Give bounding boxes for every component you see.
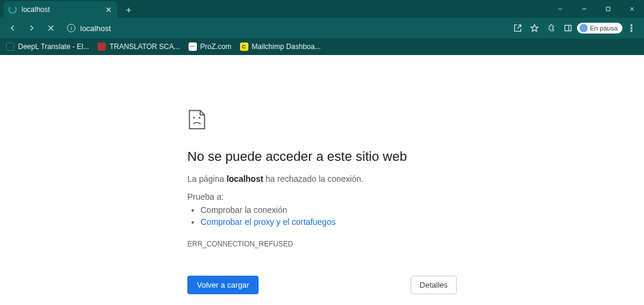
address-bar[interactable]: i localhost bbox=[62, 24, 506, 33]
url-text: localhost bbox=[80, 24, 111, 33]
bookmark-label: DeepL Translate - El... bbox=[18, 42, 89, 51]
details-button[interactable]: Detalles bbox=[411, 276, 457, 294]
new-tab-button[interactable] bbox=[121, 2, 136, 18]
bookmark-item[interactable]: DeepL Translate - El... bbox=[6, 42, 89, 51]
svg-point-4 bbox=[631, 30, 632, 32]
svg-point-2 bbox=[631, 25, 632, 26]
maximize-button[interactable] bbox=[596, 0, 620, 18]
avatar-icon bbox=[579, 24, 588, 32]
error-suggestions: Comprobar la conexión Comprobar el proxy… bbox=[201, 204, 457, 228]
bookmarks-bar: DeepL Translate - El... TRANSLATOR SCA..… bbox=[0, 38, 644, 55]
suggestion-link[interactable]: Comprobar el proxy y el cortafuegos bbox=[201, 217, 336, 227]
suggestion-item: Comprobar la conexión bbox=[201, 204, 457, 216]
bookmark-label: TRANSLATOR SCA... bbox=[110, 42, 180, 51]
extensions-icon[interactable] bbox=[543, 20, 559, 36]
bookmark-label: Mailchimp Dashboa... bbox=[252, 42, 321, 51]
profile-status-text: En pausa bbox=[590, 25, 618, 32]
svg-rect-6 bbox=[199, 117, 201, 119]
favicon-icon: ⋯ bbox=[189, 42, 197, 51]
suggestion-item: Comprobar el proxy y el cortafuegos bbox=[201, 216, 457, 228]
page-content: No se puede acceder a este sitio web La … bbox=[0, 55, 644, 305]
error-message: La página localhost ha rechazado la cone… bbox=[187, 174, 457, 184]
svg-rect-0 bbox=[606, 7, 610, 11]
svg-point-3 bbox=[631, 28, 632, 29]
close-tab-button[interactable]: ✕ bbox=[104, 5, 113, 14]
bookmark-item[interactable]: TRANSLATOR SCA... bbox=[98, 42, 180, 51]
forward-button[interactable] bbox=[24, 20, 40, 36]
minimize-button[interactable] bbox=[572, 0, 596, 18]
error-code: ERR_CONNECTION_REFUSED bbox=[187, 240, 457, 248]
error-actions: Volver a cargar Detalles bbox=[187, 276, 457, 294]
share-icon[interactable] bbox=[510, 20, 525, 36]
reload-button[interactable]: Volver a cargar bbox=[187, 276, 259, 294]
error-try-label: Prueba a: bbox=[187, 192, 457, 202]
bookmark-item[interactable]: ⋯ ProZ.com bbox=[189, 42, 232, 51]
tab-search-button[interactable] bbox=[548, 0, 572, 18]
profile-paused-badge[interactable]: En pausa bbox=[577, 23, 622, 33]
tab-title: localhost bbox=[22, 5, 99, 14]
window-controls bbox=[548, 0, 644, 18]
menu-button[interactable] bbox=[624, 20, 639, 36]
favicon-icon bbox=[98, 42, 106, 51]
close-window-button[interactable] bbox=[620, 0, 644, 18]
titlebar: localhost ✕ bbox=[0, 0, 644, 18]
stop-loading-button[interactable] bbox=[43, 20, 59, 36]
loading-spinner-icon bbox=[8, 5, 17, 14]
bookmark-star-icon[interactable] bbox=[527, 20, 542, 36]
bookmark-item[interactable]: C Mailchimp Dashboa... bbox=[240, 42, 321, 51]
bookmark-label: ProZ.com bbox=[201, 42, 232, 51]
back-button[interactable] bbox=[5, 20, 20, 36]
browser-tab[interactable]: localhost ✕ bbox=[4, 1, 117, 18]
site-info-icon[interactable]: i bbox=[67, 24, 75, 32]
svg-rect-1 bbox=[564, 25, 571, 30]
sad-page-icon bbox=[187, 109, 457, 132]
error-container: No se puede acceder a este sitio web La … bbox=[187, 109, 457, 294]
svg-rect-5 bbox=[193, 117, 195, 119]
toolbar: i localhost En pausa bbox=[0, 18, 644, 38]
side-panel-icon[interactable] bbox=[560, 20, 576, 36]
error-title: No se puede acceder a este sitio web bbox=[187, 149, 457, 164]
favicon-icon: C bbox=[240, 42, 248, 51]
favicon-icon bbox=[6, 42, 14, 51]
